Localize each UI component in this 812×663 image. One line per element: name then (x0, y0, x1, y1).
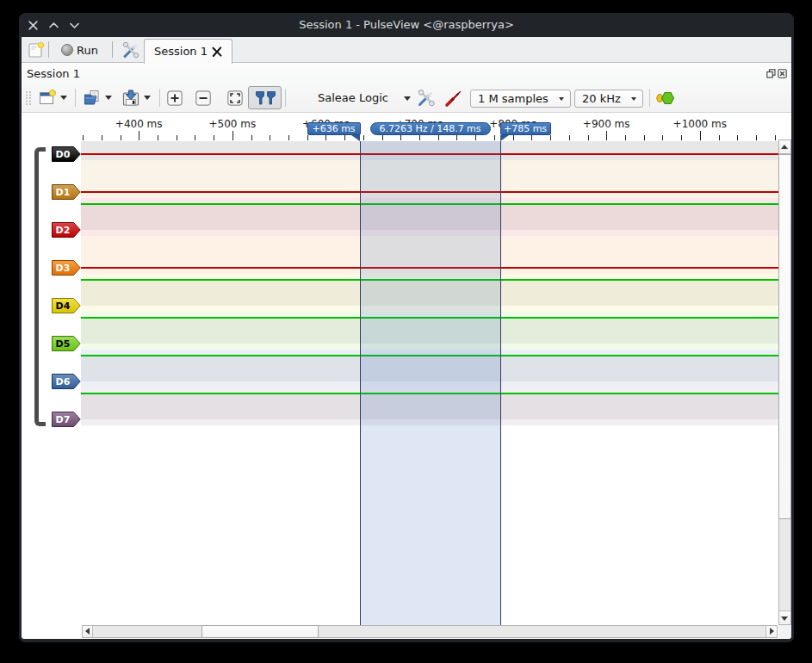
svg-text:D1: D1 (56, 187, 71, 198)
ruler-minor-tick (400, 135, 401, 140)
channel-flags: D0 D1 D2 D3 (22, 141, 81, 625)
dock-close-icon[interactable] (778, 69, 787, 78)
sample-count-value: 1 M samples (478, 90, 549, 107)
signal-trace-d1[interactable] (81, 191, 778, 193)
ruler-minor-tick (531, 135, 532, 140)
ruler-time-label: +400 ms (115, 119, 163, 129)
ruler-minor-tick (662, 135, 663, 140)
zoom-out-button[interactable] (194, 89, 213, 108)
dock-title: Session 1 (27, 64, 80, 84)
scrollbar-corner (778, 625, 791, 638)
time-ruler[interactable]: +400 ms+500 ms+600 ms+700 ms+800 ms+900 … (22, 113, 778, 141)
h-scroll-handle[interactable] (201, 625, 319, 638)
scroll-arrow-left-icon (85, 628, 90, 635)
save-file-menu-arrow[interactable] (144, 96, 151, 100)
channel-background (81, 141, 778, 160)
svg-text:D0: D0 (56, 149, 71, 160)
open-file-menu-arrow[interactable] (105, 96, 112, 100)
pulseview-window: Session 1 - PulseView <@raspberrya> Run (19, 13, 794, 642)
window-content: Run Session 1 Session 1 (22, 37, 791, 639)
channel-label-d3[interactable]: D3 (52, 260, 81, 276)
ruler-minor-tick (681, 135, 682, 140)
session-tab[interactable]: Session 1 (144, 39, 232, 64)
settings-wrench-icon[interactable] (121, 40, 141, 59)
tab-close-icon[interactable] (211, 46, 223, 58)
scroll-arrow-right-icon (770, 628, 774, 635)
open-file-button[interactable] (83, 89, 102, 108)
ruler-minor-tick (288, 135, 289, 140)
ruler-time-label: +900 ms (583, 119, 630, 129)
toolbar-separator (75, 89, 76, 107)
new-session-button[interactable] (26, 40, 46, 59)
ruler-minor-tick (214, 135, 214, 140)
v-scroll-down-button[interactable] (779, 610, 790, 624)
ruler-minor-tick (382, 135, 383, 140)
titlebar[interactable]: Session 1 - PulseView <@raspberrya> (19, 13, 794, 37)
trace-view: +400 ms+500 ms+600 ms+700 ms+800 ms+900 … (22, 113, 791, 639)
session-tab-label: Session 1 (154, 40, 208, 63)
show-cursors-toggle[interactable] (248, 86, 282, 109)
v-scroll-handle[interactable] (778, 154, 791, 519)
sample-count-combo[interactable]: 1 M samples (470, 90, 571, 108)
ruler-minor-tick (102, 135, 102, 140)
h-scroll-right-button[interactable] (766, 626, 777, 637)
signal-trace-d4[interactable] (81, 279, 778, 281)
ruler-minor-tick (307, 135, 308, 140)
ruler-major-tick (139, 131, 139, 140)
configure-channels-button[interactable] (444, 89, 462, 108)
channel-label-d1[interactable]: D1 (52, 184, 81, 200)
svg-text:D4: D4 (56, 301, 71, 312)
ruler-time-label: +600 ms (302, 119, 350, 129)
channel-label-d0[interactable]: D0 (52, 146, 81, 162)
device-selector[interactable]: Saleae Logic (306, 87, 415, 109)
ruler-minor-tick (644, 135, 645, 140)
h-scroll-left-button[interactable] (83, 626, 93, 637)
ruler-minor-tick (475, 135, 476, 140)
svg-text:D2: D2 (56, 225, 71, 236)
ruler-minor-tick (438, 135, 439, 140)
channel-label-d5[interactable]: D5 (52, 336, 81, 351)
sample-count-arrow (559, 97, 564, 101)
dock-float-icon[interactable] (766, 69, 776, 78)
configure-device-button[interactable] (416, 89, 437, 108)
tabbar-separator (112, 41, 113, 58)
channel-label-d4[interactable]: D4 (52, 298, 81, 313)
signal-high-fill (81, 204, 778, 230)
save-file-button[interactable] (121, 89, 140, 108)
ruler-minor-tick (195, 135, 195, 140)
new-view-menu-arrow[interactable] (60, 96, 67, 100)
v-scroll-up-button[interactable] (779, 140, 790, 154)
toolbar-drag-handle[interactable] (25, 90, 32, 106)
zoom-fit-button[interactable] (226, 89, 245, 108)
svg-text:D7: D7 (56, 414, 71, 425)
signal-trace-d3[interactable] (81, 267, 778, 269)
signal-trace-d5[interactable] (81, 317, 778, 319)
sample-rate-combo[interactable]: 20 kHz (574, 90, 643, 108)
run-button[interactable]: Run (59, 40, 101, 60)
channel-label-d7[interactable]: D7 (52, 412, 81, 427)
horizontal-scrollbar[interactable] (82, 625, 778, 638)
ruler-minor-tick (756, 135, 757, 140)
ruler-minor-tick (270, 135, 270, 140)
zoom-in-button[interactable] (165, 89, 184, 108)
scroll-arrow-up-icon (781, 145, 788, 149)
device-selector-value: Saleae Logic (318, 87, 388, 109)
main-toolbar: Saleae Logic 1 M samples 20 kHz (22, 84, 791, 113)
vertical-scrollbar[interactable] (778, 139, 791, 625)
signal-trace-d7[interactable] (81, 393, 778, 394)
channel-label-d2[interactable]: D2 (52, 222, 81, 238)
svg-text:D5: D5 (56, 338, 71, 350)
signal-high-fill (81, 280, 778, 306)
ruler-major-tick (232, 131, 233, 140)
signal-trace-d2[interactable] (81, 203, 778, 205)
trace-viewport[interactable] (81, 141, 778, 625)
add-decoder-button[interactable] (655, 89, 676, 108)
channel-label-d6[interactable]: D6 (52, 374, 81, 389)
ruler-minor-tick (494, 135, 495, 140)
signal-high-fill (81, 393, 778, 419)
ruler-minor-tick (550, 135, 551, 140)
new-view-button[interactable] (38, 89, 57, 108)
signal-trace-d0[interactable] (81, 153, 778, 155)
ruler-minor-tick (625, 135, 626, 140)
signal-trace-d6[interactable] (81, 355, 778, 356)
